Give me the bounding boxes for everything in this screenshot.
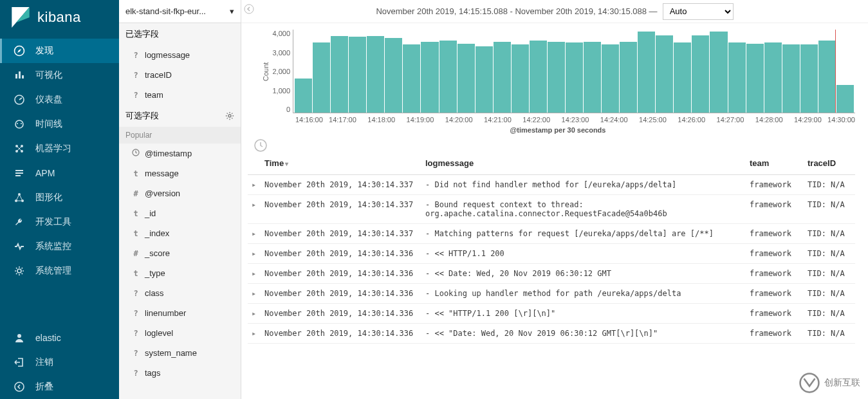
histogram-bar[interactable] [457, 44, 475, 113]
histogram-bar[interactable] [476, 46, 493, 113]
histogram-bar[interactable] [620, 42, 637, 113]
histogram-bar[interactable] [638, 32, 655, 113]
expand-row-icon[interactable]: ▸ [248, 304, 261, 324]
col-logmessage[interactable]: logmessage [421, 152, 746, 175]
histogram-bar[interactable] [566, 42, 583, 113]
histogram-bar[interactable] [512, 44, 529, 113]
nav-item-label: 时间线 [35, 118, 62, 130]
field-tags[interactable]: ?tags [119, 363, 241, 383]
histogram-chart[interactable]: Count 4,0003,0002,0001,0000 14:16:0014:1… [241, 23, 868, 136]
histogram-bar[interactable] [403, 44, 420, 113]
expand-row-icon[interactable]: ▸ [248, 224, 261, 244]
field-type-icon: ? [132, 309, 140, 318]
cell-time: November 20th 2019, 14:30:14.336 [261, 304, 421, 324]
histogram-bar[interactable] [728, 42, 746, 113]
field-name-label: class [145, 288, 164, 298]
nav-item-collapse[interactable]: 折叠 [0, 375, 119, 399]
nav-item-wrench[interactable]: 开发工具 [0, 210, 119, 234]
histogram-bar[interactable] [313, 42, 330, 113]
field-_type[interactable]: t_type [119, 263, 241, 283]
selected-fields-header: 已选字段 [119, 23, 241, 45]
histogram-bar[interactable] [584, 42, 601, 113]
field-@timestamp[interactable]: @timestamp [119, 144, 241, 163]
nav-item-compass[interactable]: 发现 [0, 39, 119, 63]
histogram-bar[interactable] [494, 42, 511, 113]
histogram-bar[interactable] [836, 85, 854, 113]
histogram-bar[interactable] [692, 35, 709, 113]
results-table-wrap: Time▾ logmessage team traceID ▸November … [241, 152, 868, 399]
histogram-bar[interactable] [746, 44, 764, 113]
cell-time: November 20th 2019, 14:30:14.337 [261, 224, 421, 244]
expand-row-icon[interactable]: ▸ [248, 284, 261, 304]
svg-point-12 [17, 269, 21, 273]
field-logmessage[interactable]: ?logmessage [119, 45, 241, 65]
nav-item-logout[interactable]: 注销 [0, 350, 119, 375]
nav-item-user[interactable]: elastic [0, 326, 119, 350]
histogram-bar[interactable] [385, 38, 402, 113]
nav-item-gauge[interactable]: 仪表盘 [0, 88, 119, 112]
expand-row-icon[interactable]: ▸ [248, 195, 261, 224]
field-linenumber[interactable]: ?linenumber [119, 303, 241, 323]
table-row: ▸November 20th 2019, 14:30:14.336 - << "… [248, 304, 855, 324]
histogram-bar[interactable] [656, 35, 673, 113]
histogram-bar[interactable] [421, 42, 438, 113]
cell-team: framework [746, 195, 804, 224]
col-traceid[interactable]: traceID [804, 152, 855, 175]
user-icon [14, 332, 25, 344]
kibana-logo-icon [12, 7, 30, 28]
cell-traceid: TID: N/A [804, 195, 855, 224]
field-message[interactable]: tmessage [119, 163, 241, 183]
histogram-bar[interactable] [548, 42, 565, 113]
gear-icon[interactable] [225, 111, 234, 120]
chart-plot[interactable] [293, 30, 855, 113]
nav-item-clock-face[interactable]: 时间线 [0, 112, 119, 136]
col-team[interactable]: team [746, 152, 804, 175]
field-traceID[interactable]: ?traceID [119, 65, 241, 85]
nav-item-ml[interactable]: 机器学习 [0, 136, 119, 161]
kibana-logo[interactable]: kibana [0, 0, 119, 39]
field-@version[interactable]: #@version [119, 183, 241, 203]
expand-row-icon[interactable]: ▸ [248, 324, 261, 344]
expand-row-icon[interactable]: ▸ [248, 244, 261, 264]
histogram-bar[interactable] [764, 42, 782, 113]
histogram-bar[interactable] [349, 37, 366, 113]
histogram-bar[interactable] [295, 79, 312, 113]
histogram-bar[interactable] [782, 44, 800, 113]
field-_score[interactable]: #_score [119, 243, 241, 263]
expand-row-icon[interactable]: ▸ [248, 264, 261, 284]
col-time[interactable]: Time▾ [261, 152, 421, 175]
nav-item-label: 发现 [35, 45, 53, 57]
nav-item-label: 注销 [35, 357, 53, 368]
nav-item-bar-chart[interactable]: 可视化 [0, 63, 119, 88]
svg-point-3 [17, 123, 18, 124]
histogram-bar[interactable] [602, 44, 619, 113]
histogram-bar[interactable] [331, 36, 348, 113]
field-class[interactable]: ?class [119, 283, 241, 303]
histogram-bar[interactable] [530, 41, 547, 113]
nav-item-graph[interactable]: 图形化 [0, 185, 119, 210]
nav-item-apm[interactable]: APM [0, 161, 119, 185]
field-type-icon: t [132, 209, 140, 218]
histogram-bar[interactable] [710, 32, 727, 113]
field-_index[interactable]: t_index [119, 223, 241, 243]
histogram-bar[interactable] [439, 41, 457, 113]
left-nav: kibana 发现可视化仪表盘时间线机器学习APM图形化开发工具系统监控系统管理… [0, 0, 119, 399]
histogram-bar[interactable] [818, 41, 836, 113]
histogram-bar[interactable] [800, 44, 818, 113]
nav-item-gear[interactable]: 系统管理 [0, 259, 119, 283]
chart-reset-icon[interactable] [254, 139, 267, 152]
histogram-bar[interactable] [367, 36, 384, 113]
expand-row-icon[interactable]: ▸ [248, 175, 261, 195]
index-pattern-select[interactable]: elk-stand-sit-fkp-eur... ▾ [119, 0, 241, 23]
cell-time: November 20th 2019, 14:30:14.336 [261, 264, 421, 284]
field-team[interactable]: ?team [119, 85, 241, 105]
field-loglevel[interactable]: ?loglevel [119, 323, 241, 343]
interval-select[interactable]: Auto [663, 3, 734, 20]
field-system_name[interactable]: ?system_name [119, 343, 241, 363]
field-name-label: traceID [145, 70, 172, 80]
nav-item-heartbeat[interactable]: 系统监控 [0, 234, 119, 259]
field-_id[interactable]: t_id [119, 203, 241, 223]
histogram-bar[interactable] [674, 42, 691, 113]
compass-icon [14, 45, 25, 57]
cell-traceid: TID: N/A [804, 304, 855, 324]
